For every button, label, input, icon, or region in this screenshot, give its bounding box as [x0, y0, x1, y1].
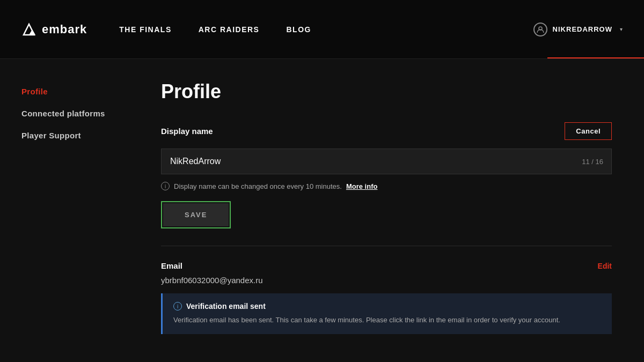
page-title: Profile	[161, 80, 612, 103]
nav-link-the-finals[interactable]: THE FINALS	[119, 25, 171, 34]
display-name-input[interactable]	[161, 149, 612, 174]
navbar: embark THE FINALS ARC RAIDERS BLOG NIKRE…	[0, 0, 644, 59]
user-menu[interactable]: NIKREDARROW ▾	[533, 23, 623, 36]
main-layout: Profile Connected platforms Player Suppo…	[0, 59, 644, 362]
info-row: i Display name can be changed once every…	[161, 182, 612, 190]
nav-link-arc-raiders[interactable]: ARC RAIDERS	[199, 25, 260, 34]
info-icon: i	[161, 182, 170, 190]
navbar-links: THE FINALS ARC RAIDERS BLOG	[119, 25, 533, 34]
verification-box: i Verification email sent Verification e…	[161, 293, 612, 334]
sidebar-item-player-support[interactable]: Player Support	[21, 124, 129, 146]
verification-title-row: i Verification email sent	[173, 302, 601, 311]
display-name-input-wrapper: 11 / 16	[161, 149, 612, 174]
sidebar: Profile Connected platforms Player Suppo…	[0, 59, 129, 362]
display-name-header: Display name Cancel	[161, 122, 612, 140]
logo-text: embark	[42, 23, 87, 36]
verification-info-icon: i	[173, 302, 182, 311]
logo[interactable]: embark	[21, 22, 87, 37]
nav-link-blog[interactable]: BLOG	[286, 25, 311, 34]
info-text: Display name can be changed once every 1…	[174, 182, 342, 190]
more-info-link[interactable]: More info	[346, 182, 378, 190]
chevron-down-icon: ▾	[620, 26, 623, 32]
verification-title: Verification email sent	[186, 302, 266, 311]
display-name-label: Display name	[161, 127, 213, 136]
cancel-button[interactable]: Cancel	[565, 122, 612, 140]
email-edit-link[interactable]: Edit	[598, 262, 612, 270]
save-button[interactable]: SAVE	[163, 203, 229, 226]
char-count: 11 / 16	[582, 158, 603, 166]
sidebar-item-connected-platforms[interactable]: Connected platforms	[21, 102, 129, 124]
email-label: Email	[161, 261, 182, 270]
sidebar-item-profile[interactable]: Profile	[21, 80, 129, 102]
section-divider	[161, 246, 612, 246]
email-value: ybrbnf06032000@yandex.ru	[161, 276, 612, 285]
email-section-header: Email Edit	[161, 261, 612, 270]
verification-body: Verification email has been sent. This c…	[173, 315, 601, 326]
embark-logo-icon	[21, 22, 36, 37]
main-content: Profile Display name Cancel 11 / 16 i Di…	[129, 59, 644, 362]
user-avatar-icon	[533, 23, 547, 36]
save-button-wrapper: SAVE	[161, 201, 231, 228]
svg-marker-1	[29, 29, 35, 35]
navbar-underline	[547, 57, 644, 58]
user-name-label: NIKREDARROW	[553, 25, 612, 33]
